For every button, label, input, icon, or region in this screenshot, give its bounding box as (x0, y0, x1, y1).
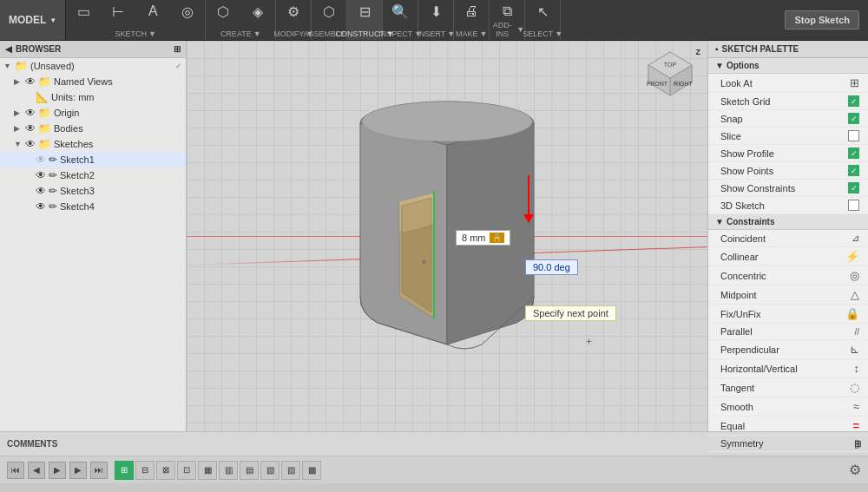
constraint-smooth[interactable]: Smooth ≈ (708, 397, 868, 417)
constraint-concentric[interactable]: Concentric ◎ (708, 266, 868, 285)
toolbar-create-icon1[interactable]: ⬡ (206, 0, 240, 23)
toolbar-group-insert: ⬇ INSERT ▼ (418, 0, 454, 40)
toolbar-sketch-icon3[interactable]: A (135, 0, 170, 23)
constraint-coincident[interactable]: Coincident ⊿ (708, 230, 868, 247)
constraint-horizontal-vertical[interactable]: Horizontal/Vertical ↕ (708, 359, 868, 378)
options-section-header[interactable]: ▼ Options (708, 58, 868, 74)
nav-play-button[interactable]: ▶ (49, 462, 66, 479)
tree-origin[interactable]: ▶ 👁 📁 Origin (0, 105, 186, 121)
toolbar-insert-icon1[interactable]: ⬇ (418, 0, 453, 23)
show-constraints-checkbox[interactable]: ✓ (848, 182, 859, 194)
tree-bodies[interactable]: ▶ 👁 📁 Bodies (0, 121, 186, 136)
timeline-btn-9[interactable]: ▨ (281, 461, 300, 480)
model-dropdown-button[interactable]: MODEL ▼ (0, 0, 66, 40)
timeline-btn-1[interactable]: ⊞ (115, 461, 134, 480)
make-dropdown[interactable]: ▼ (480, 30, 488, 38)
toolbar-assemble-icon1[interactable]: ⬡ (312, 0, 346, 23)
toolbar-sketch-icon2[interactable]: ⊢ (101, 0, 135, 23)
timeline-btn-2[interactable]: ⊟ (135, 461, 155, 480)
constraint-midpoint[interactable]: Midpoint △ (708, 285, 868, 305)
tree-units[interactable]: 📐 Units: mm (0, 89, 186, 105)
sketch-palette-header: ▪ SKETCH PALETTE (708, 41, 868, 58)
constraint-collinear[interactable]: Collinear ⚡ (708, 247, 868, 266)
toolbar-make-icon1[interactable]: 🖨 (454, 0, 489, 23)
palette-option-show-profile[interactable]: Show Profile ✓ (708, 145, 868, 162)
tree-root[interactable]: ▼ 📁 (Unsaved) ✓ (0, 58, 186, 74)
timeline-btn-7[interactable]: ▤ (240, 461, 259, 480)
snap-checkbox[interactable]: ✓ (848, 113, 859, 124)
browser-expand-icon[interactable]: ⊞ (174, 44, 181, 54)
palette-option-sketch-grid[interactable]: Sketch Grid ✓ (708, 93, 868, 110)
timeline-btn-4[interactable]: ⊡ (177, 461, 196, 480)
sketch-group-dropdown[interactable]: ▼ (148, 30, 156, 38)
toolbar-sketch-icon1[interactable]: ▭ (66, 0, 101, 23)
palette-option-3d-sketch[interactable]: 3D Sketch (708, 197, 868, 214)
timeline-btn-5[interactable]: ▦ (198, 461, 217, 480)
tree-sketch1[interactable]: 👁 ✏ Sketch1 (0, 152, 186, 167)
palette-option-show-points[interactable]: Show Points ✓ (708, 162, 868, 180)
toolbar-modify-icon1[interactable]: ⚙ (276, 0, 311, 23)
create-dropdown[interactable]: ▼ (253, 30, 261, 38)
constraint-tangent[interactable]: Tangent ◌ (708, 378, 868, 397)
root-toggle-icon: ▼ (3, 62, 12, 70)
toolbar-inspect-icon1[interactable]: 🔍 (383, 0, 418, 23)
look-at-icon[interactable]: ⊞ (850, 76, 859, 89)
toolbar-select-icon1[interactable]: ↖ (525, 0, 560, 23)
dimension-value: 8 mm (462, 233, 486, 243)
origin-folder-icon: 📁 (38, 107, 51, 119)
horizontal-vertical-icon: ↕ (854, 362, 860, 375)
stop-sketch-button[interactable]: Stop Sketch (785, 10, 859, 30)
model-label: MODEL (9, 14, 46, 26)
tree-sketch2[interactable]: 👁 ✏ Sketch2 (0, 167, 186, 183)
timeline-btn-10[interactable]: ▩ (302, 461, 321, 480)
3d-viewport[interactable]: TOP FRONT RIGHT Z (187, 41, 707, 431)
browser-back-icon[interactable]: ◀ (5, 44, 12, 54)
settings-icon[interactable]: ⚙ (849, 462, 861, 478)
toolbar-addins-icon1[interactable]: ⧉ (490, 0, 524, 23)
root-folder-icon: 📁 (15, 60, 28, 72)
constraints-section-header[interactable]: ▼ Constraints (708, 214, 868, 230)
palette-option-show-constraints[interactable]: Show Constraints ✓ (708, 180, 868, 197)
timeline-btn-8[interactable]: ▧ (260, 461, 279, 480)
constraints-section-label: Constraints (727, 217, 775, 226)
sketch-icon-4: ◎ (181, 3, 194, 20)
view-cube-svg: TOP FRONT RIGHT (640, 48, 700, 100)
toolbar-create-icon2[interactable]: ◈ (240, 0, 275, 23)
tree-sketch4[interactable]: 👁 ✏ Sketch4 (0, 199, 186, 214)
timeline-btn-6[interactable]: ▥ (219, 461, 238, 480)
tree-sketch3[interactable]: 👁 ✏ Sketch3 (0, 183, 186, 199)
sketches-folder-icon: 📁 (38, 138, 51, 150)
sketch-grid-checkbox[interactable]: ✓ (848, 95, 859, 107)
palette-option-snap[interactable]: Snap ✓ (708, 110, 868, 128)
sketch-icon-2: ⊢ (112, 3, 124, 20)
timeline-btn-3[interactable]: ⊠ (156, 461, 175, 480)
toolbar-construct-icon1[interactable]: ⊟ (347, 0, 382, 23)
nav-prev-start-button[interactable]: ⏮ (7, 462, 24, 479)
palette-option-slice[interactable]: Slice (708, 128, 868, 145)
show-points-checkbox[interactable]: ✓ (848, 165, 859, 176)
toolbar-sketch-icon4[interactable]: ◎ (170, 0, 205, 23)
show-profile-checkbox[interactable]: ✓ (848, 148, 859, 159)
svg-text:FRONT: FRONT (647, 81, 668, 87)
constraint-symmetry[interactable]: Symmetry [] (708, 436, 868, 452)
dimension-label: 8 mm 🔒 (456, 230, 510, 246)
nav-next-end-button[interactable]: ⏭ (90, 462, 108, 479)
tree-sketches[interactable]: ▼ 👁 📁 Sketches (0, 136, 186, 152)
named-views-eye-icon: 👁 (25, 75, 36, 88)
select-dropdown[interactable]: ▼ (555, 30, 562, 38)
palette-option-look-at[interactable]: Look At ⊞ (708, 74, 868, 93)
slice-checkbox[interactable] (848, 130, 859, 141)
tree-named-views[interactable]: ▶ 👁 📁 Named Views (0, 74, 186, 89)
3d-sketch-checkbox[interactable] (848, 200, 859, 211)
constraint-parallel[interactable]: Parallel // (708, 324, 868, 340)
comments-expand-icon[interactable]: ⊞ (854, 439, 861, 449)
view-cube[interactable]: TOP FRONT RIGHT Z (640, 48, 700, 100)
constraint-equal[interactable]: Equal = (708, 417, 868, 436)
hint-text: Specify next point (533, 308, 608, 318)
constraint-fix-unfix[interactable]: Fix/UnFix 🔒 (708, 305, 868, 324)
create-group-label: CREATE (220, 30, 252, 38)
constraint-perpendicular[interactable]: Perpendicular ⊾ (708, 340, 868, 359)
sketch1-pencil-icon: ✏ (49, 154, 57, 166)
nav-prev-button[interactable]: ◀ (28, 462, 45, 479)
nav-next-button[interactable]: ▶ (69, 462, 87, 479)
